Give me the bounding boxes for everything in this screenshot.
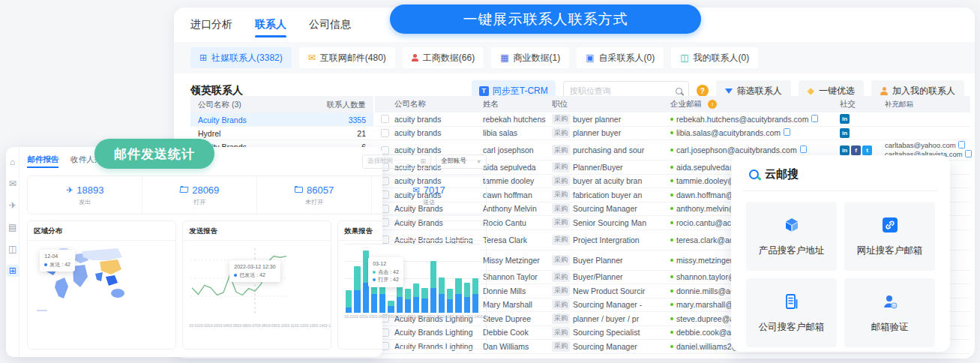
gallery-icon[interactable]: ◫ (6, 243, 19, 255)
procurement-tag: 采购 (552, 114, 570, 124)
copy-email-icon[interactable] (802, 147, 807, 153)
calendar-icon[interactable]: ⊞ (7, 265, 19, 277)
bar-column[interactable] (472, 278, 478, 313)
bar-tooltip: 03-12点击 : 42打开 : 42 (368, 257, 403, 287)
verified-dot-icon (670, 331, 673, 334)
bar-column[interactable] (464, 283, 470, 313)
subtab-自采联系人(0)[interactable]: ▣自采联系人(0) (577, 47, 664, 68)
map-tooltip-label: 12-04 (44, 253, 70, 261)
tab-进口分析[interactable]: 进口分析 (190, 18, 232, 38)
verified-dot-icon (670, 118, 673, 121)
x-tick-label: 03-06 (237, 323, 247, 328)
briefcase-icon[interactable]: ▤ (6, 221, 19, 233)
bar-column[interactable] (388, 301, 394, 313)
bar-column[interactable] (354, 266, 360, 313)
tab-公司信息[interactable]: 公司信息 (309, 18, 351, 38)
bar-column[interactable] (421, 288, 427, 313)
bar-column[interactable] (447, 289, 453, 313)
company-row[interactable]: Hydrel21 (190, 127, 373, 140)
x-tick-label: 03-08 (412, 314, 421, 319)
chevron-down-icon: ▼ (476, 159, 481, 164)
bar-column[interactable] (455, 278, 461, 313)
company-row[interactable]: Acuity Brands3355 (190, 113, 373, 127)
position-search-input[interactable] (570, 86, 671, 95)
email-text: rebekah.hutchens@acuitybrands.com (676, 115, 808, 124)
linkedin-icon[interactable]: in (840, 128, 850, 138)
effect-bar-chart[interactable] (344, 244, 480, 313)
main-tabbar: 进口分析联系人公司信息 (190, 15, 351, 40)
procurement-tag: 采购 (552, 255, 570, 266)
position-text: planner / buyer / pr (573, 314, 639, 323)
help-badge-icon[interactable]: ? (697, 85, 709, 97)
map-region-china[interactable] (100, 260, 121, 274)
effect-report-card: 效果报告 03-0103-0203-0303-0403-0503-0603-07… (337, 220, 487, 350)
subtab-我的联系人(0)[interactable]: ◫我的联系人(0) (671, 47, 758, 68)
feature-card-网址搜客户邮箱[interactable]: 网址搜客户邮箱 (844, 202, 935, 271)
bar-column[interactable] (397, 286, 403, 313)
mail-stat: 86057未打开 (257, 176, 372, 214)
bar-column[interactable] (439, 278, 445, 314)
account-select[interactable]: 全部账号 ▼ (436, 154, 487, 169)
email-info-icon[interactable]: ! (708, 100, 717, 109)
cell-name: rebekah hutchens (483, 115, 552, 124)
header-company: 公司名称 (394, 99, 483, 110)
effect-chart-x-axis: 03-0103-0203-0303-0403-0503-0603-0703-08… (344, 314, 480, 319)
linkedin-icon[interactable]: in (840, 114, 850, 124)
send-report-card: 发送报告 03-0103-0203-0303-0403-0503-0603-07… (182, 220, 331, 350)
line-tooltip-value: 已发送 : 42 (234, 272, 275, 280)
cell-position: 采购buyer planner (552, 114, 670, 124)
send-icon[interactable]: ✈ (7, 200, 19, 212)
x-tick-label: 03-05 (382, 314, 392, 319)
bar-click-segment (354, 266, 360, 290)
subtab-社媒联系人(3382)[interactable]: ⊞社媒联系人(3382) (190, 47, 292, 68)
procurement-tag: 采购 (552, 341, 570, 352)
checkbox[interactable] (381, 115, 389, 123)
cell-position: 采购Sourcing Manager (552, 203, 670, 214)
cell-email: carl.josephson@acuitybrands.com (670, 146, 840, 154)
stat-value-row: 28069 (180, 184, 219, 196)
position-text: Sourcing Manager (573, 204, 637, 213)
bar-open-segment (464, 297, 470, 313)
linkedin-icon[interactable]: in (840, 146, 850, 155)
bar-open-segment (421, 298, 427, 313)
account-select-value: 全部账号 (441, 157, 466, 166)
line-tooltip: 2022-03-12 12:30已发送 : 42 (229, 260, 280, 282)
home-icon[interactable]: ⌂ (7, 156, 17, 168)
copy-email-icon[interactable] (813, 116, 818, 122)
x-tick-label: 03-02 (354, 314, 364, 319)
facebook-icon[interactable]: f (851, 146, 861, 155)
feature-card-产品搜客户地址[interactable]: 产品搜客户地址 (746, 202, 837, 271)
search-icon[interactable] (676, 88, 682, 94)
mail-icon[interactable]: ✉ (7, 178, 19, 190)
internet-mail-icon: ✉ (308, 53, 316, 62)
tab-联系人[interactable]: 联系人 (255, 18, 286, 38)
position-text: Sourcing Manager - (573, 300, 642, 309)
copy-email-icon[interactable] (960, 142, 965, 148)
bar-column[interactable] (405, 289, 411, 313)
subtab-互联网邮件(480)[interactable]: ✉互联网邮件(480) (299, 47, 395, 68)
date-placeholder: 选择时间 (367, 157, 393, 166)
checkbox[interactable] (381, 129, 389, 137)
copy-email-icon[interactable] (967, 152, 972, 158)
x-tick-label: 03-08 (256, 323, 266, 328)
feature-card-公司搜客户邮箱[interactable]: 公司搜客户邮箱 (746, 278, 837, 347)
folder-open-icon (180, 187, 189, 193)
subtab-label: 社媒联系人(3382) (211, 52, 283, 64)
feature-card-邮箱验证[interactable]: @邮箱验证 (844, 278, 935, 347)
stat-value: 7017 (424, 184, 445, 196)
verified-dot-icon (670, 345, 673, 348)
twitter-icon[interactable]: t (862, 146, 872, 155)
subtab-商业数据(1)[interactable]: ▦商业数据(1) (491, 47, 569, 68)
subtab-工商数据(66)[interactable]: 工商数据(66) (403, 47, 484, 68)
bar-column[interactable] (413, 284, 419, 313)
procurement-tag: 采购 (552, 203, 570, 214)
bar-column[interactable] (346, 290, 352, 313)
bar-click-segment (447, 289, 453, 299)
copy-email-icon[interactable] (785, 130, 790, 136)
date-range-picker[interactable]: 选择时间 ⊞ (362, 154, 431, 169)
tab-mail-report[interactable]: 邮件报告 (27, 154, 58, 168)
position-text: fabrication buyer an (573, 190, 642, 200)
bar-column[interactable] (430, 261, 436, 313)
cell-position: 采购Senior Sourcing Man (552, 218, 670, 228)
procurement-tag: 采购 (552, 286, 570, 296)
